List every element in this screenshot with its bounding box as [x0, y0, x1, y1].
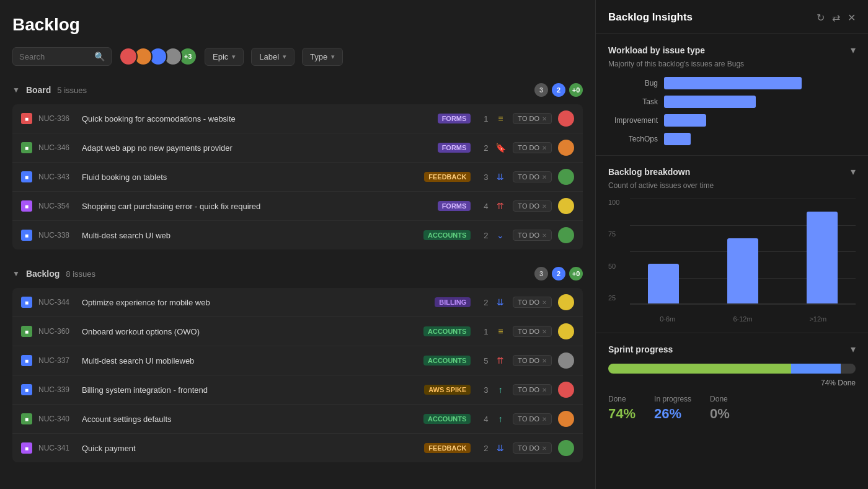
table-row[interactable]: ■ NUC-336 Quick booking for accomodation…	[12, 104, 583, 133]
status-badge[interactable]: TO DO✕	[513, 413, 552, 424]
issue-id: NUC-337	[38, 356, 76, 365]
y-label: 75	[608, 230, 619, 238]
search-icon: 🔍	[94, 52, 105, 61]
status-badge[interactable]: TO DO✕	[513, 326, 552, 337]
table-row[interactable]: ■ NUC-346 Adapt web app no new payments …	[12, 133, 583, 163]
sprint-stat-value: 26%	[654, 406, 691, 422]
breakdown-section: Backlog breakdown ▾ Count of active issu…	[596, 156, 868, 333]
sprint-stat-value: 74%	[608, 406, 636, 422]
priority-icon: 🔖	[494, 143, 507, 153]
status-badge[interactable]: TO DO✕	[513, 230, 552, 241]
board-section-header[interactable]: ▼ Board 5 issues 3 2 +0	[12, 81, 583, 99]
toolbar: 🔍 +3 Epic ▾ Label ▾ Type ▾	[12, 47, 583, 66]
sprint-section: Sprint progress ▾ 74% Done Done 74% In p…	[596, 333, 868, 432]
table-row[interactable]: ■ NUC-340 Account settings defaults ACCO…	[12, 405, 583, 434]
issue-title: Billing system integration - frontend	[82, 385, 418, 395]
status-badge[interactable]: TO DO✕	[513, 384, 552, 395]
label-filter-button[interactable]: Label ▾	[251, 48, 294, 66]
sprint-title-row: Sprint progress ▾	[608, 343, 856, 355]
chevron-down-icon: ▾	[331, 53, 335, 61]
priority-icon: ⇊	[494, 172, 507, 182]
sprint-done-bar	[608, 364, 791, 374]
bar-row: Improvement	[608, 114, 856, 127]
badge-gray: 3	[534, 83, 548, 97]
priority-icon: ⇊	[494, 297, 507, 307]
y-label: 25	[608, 294, 619, 302]
backlog-section-header[interactable]: ▼ Backlog 8 issues 3 2 +0	[12, 264, 583, 283]
story-icon: ■	[21, 326, 32, 337]
board-section-title: Board	[26, 85, 51, 95]
type-filter-button[interactable]: Type ▾	[302, 48, 343, 66]
table-row[interactable]: ■ NUC-344 Optimize experience for mobile…	[12, 288, 583, 317]
label-tag: AWS SPIKE	[424, 385, 471, 395]
avatar	[558, 352, 574, 369]
chevron-down-icon: ▼	[12, 269, 20, 278]
issue-id: NUC-346	[38, 143, 76, 152]
status-badge[interactable]: TO DO✕	[513, 142, 552, 153]
table-row[interactable]: ■ NUC-343 Fluid booking on tablets FEEDB…	[12, 163, 583, 192]
insights-header: Backlog Insights ↻ ⇄ ✕	[596, 0, 868, 34]
settings-icon[interactable]: ⇄	[832, 12, 840, 24]
issue-id: NUC-339	[38, 385, 76, 394]
avatar	[558, 440, 574, 456]
issue-title: Multi-dest search UI mobileweb	[82, 356, 417, 366]
label-tag: ACCOUNTS	[423, 414, 471, 424]
issue-id: NUC-343	[38, 173, 76, 181]
page-title: Backlog	[12, 15, 583, 35]
sprint-progress-label: 74% Done	[608, 379, 856, 387]
chevron-down-icon[interactable]: ▾	[851, 343, 856, 355]
bar-label: Improvement	[608, 116, 658, 125]
task-icon: ■	[21, 384, 32, 395]
table-row[interactable]: ■ NUC-341 Quick payment FEEDBACK 2 ⇊ TO …	[12, 434, 583, 462]
priority-icon: ⇈	[494, 356, 507, 366]
bar-fill	[664, 114, 706, 127]
chevron-down-icon: ▼	[12, 86, 20, 94]
issue-title: Optimize experience for mobile web	[82, 298, 428, 307]
label-tag: FEEDBACK	[424, 443, 471, 453]
status-badge[interactable]: TO DO✕	[513, 200, 552, 212]
chevron-down-icon[interactable]: ▾	[851, 166, 856, 177]
breakdown-subtitle: Count of active issues over time	[608, 181, 856, 190]
refresh-icon[interactable]: ↻	[817, 12, 825, 24]
issue-num: 2	[477, 298, 488, 307]
issue-id: NUC-338	[38, 231, 76, 240]
bar-label: Task	[608, 97, 658, 106]
issue-num: 1	[477, 327, 488, 336]
issue-num: 3	[477, 173, 488, 182]
search-input[interactable]	[19, 52, 91, 61]
issue-title: Fluid booking on tablets	[82, 173, 418, 182]
bar-track	[664, 114, 856, 127]
workload-section: Workload by issue type ▾ Majority of thi…	[596, 34, 868, 156]
table-row[interactable]: ■ NUC-354 Shopping cart purchasing error…	[12, 192, 583, 221]
bar-row: TechOps	[608, 133, 856, 145]
avatar	[558, 411, 574, 427]
table-row[interactable]: ■ NUC-337 Multi-dest search UI mobileweb…	[12, 346, 583, 375]
badge-green: +0	[569, 267, 583, 280]
status-badge[interactable]: TO DO✕	[513, 113, 552, 124]
workload-subtitle: Majority of this backlog's issues are Bu…	[608, 60, 856, 68]
search-box[interactable]: 🔍	[12, 47, 112, 66]
avatar[interactable]	[119, 47, 138, 66]
close-icon[interactable]: ✕	[848, 12, 856, 24]
status-badge[interactable]: TO DO✕	[513, 297, 552, 308]
sprint-stat-todo: Done 0%	[710, 395, 730, 422]
breakdown-bars-area	[630, 199, 856, 304]
status-badge[interactable]: TO DO✕	[513, 171, 552, 182]
chevron-down-icon[interactable]: ▾	[851, 44, 856, 56]
table-row[interactable]: ■ NUC-360 Onboard workout options (OWO) …	[12, 317, 583, 346]
backlog-section: ▼ Backlog 8 issues 3 2 +0 ■ NUC-344 Opti…	[12, 264, 583, 462]
bug-icon: ■	[21, 113, 32, 124]
status-badge[interactable]: TO DO✕	[513, 442, 552, 454]
priority-icon: ⇊	[494, 443, 507, 453]
sprint-inprogress-bar	[791, 364, 841, 374]
status-badge[interactable]: TO DO✕	[513, 355, 552, 366]
table-row[interactable]: ■ NUC-338 Multi-dest search UI web ACCOU…	[12, 221, 583, 249]
board-badge-group: 3 2 +0	[534, 83, 583, 97]
issue-title: Shopping cart purchasing error - quick f…	[82, 202, 432, 211]
epic-filter-button[interactable]: Epic ▾	[205, 48, 244, 66]
task-icon: ■	[21, 355, 32, 366]
table-row[interactable]: ■ NUC-339 Billing system integration - f…	[12, 375, 583, 405]
issue-id: NUC-344	[38, 298, 76, 307]
bar-track	[664, 77, 856, 89]
bar-fill	[664, 77, 802, 89]
